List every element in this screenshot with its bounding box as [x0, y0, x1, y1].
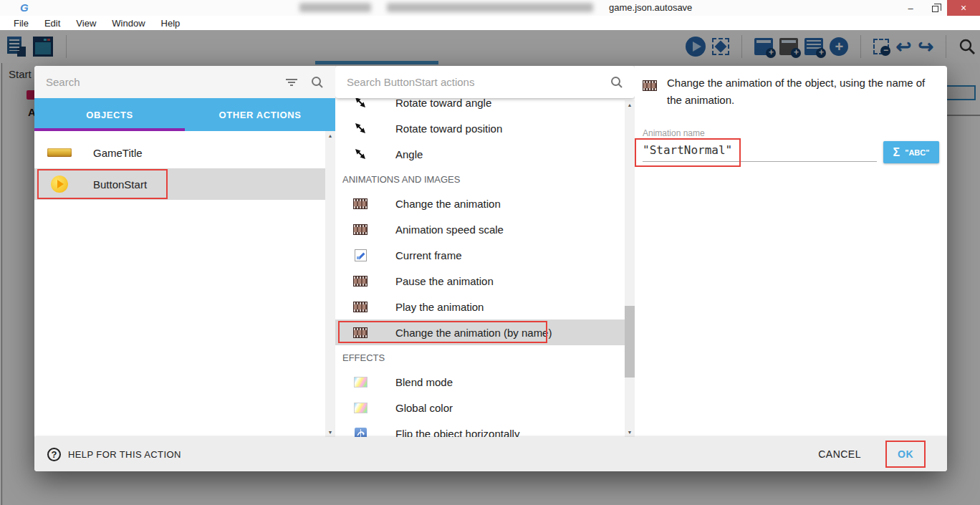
film-strip-icon [353, 302, 368, 312]
action-item[interactable]: Blend mode [335, 369, 625, 395]
objects-search-input[interactable] [46, 76, 272, 88]
search-icon[interactable] [610, 76, 623, 89]
restore-icon [932, 6, 938, 12]
action-item[interactable]: Angle [335, 141, 625, 167]
action-item[interactable]: Change the animation [335, 191, 625, 216]
film-strip-icon [353, 198, 368, 209]
objects-list: GameTitle ButtonStart [34, 131, 335, 200]
action-item[interactable]: Animation speed scale [335, 216, 625, 242]
tab-objects[interactable]: OBJECTS [34, 98, 185, 131]
highlight-rectangle: OK [885, 441, 926, 468]
action-group-header: ANIMATIONS AND IMAGES [335, 167, 625, 191]
objects-search-bar [34, 66, 335, 98]
sigma-icon: Σ [893, 146, 900, 159]
app-window: G game.json.autosave – × File Edit View … [0, 0, 980, 505]
restore-button[interactable] [923, 0, 947, 16]
dialog-footer: ? HELP FOR THIS ACTION CANCEL OK [34, 437, 947, 471]
search-icon[interactable] [311, 76, 324, 89]
ok-button[interactable]: OK [898, 448, 913, 460]
action-group-header: EFFECTS [335, 345, 625, 369]
title-bar: G game.json.autosave – × [0, 0, 980, 16]
gdevelop-logo-icon: G [20, 1, 28, 14]
object-item-buttonstart[interactable]: ButtonStart [34, 168, 335, 200]
actions-search-input[interactable] [347, 76, 610, 88]
action-item[interactable]: Pause the animation [335, 268, 625, 294]
menu-file[interactable]: File [6, 18, 37, 29]
filter-icon[interactable] [285, 78, 298, 87]
gradient-color-icon [354, 377, 368, 388]
actions-scrollbar[interactable]: ▲ ▼ [625, 100, 635, 437]
main-area: + + + + − ↩ ↪ Start A [0, 30, 980, 505]
menu-window[interactable]: Window [104, 18, 153, 29]
window-title-text: game.json.autosave [609, 2, 692, 13]
scroll-down-icon[interactable]: ▼ [628, 430, 633, 435]
objects-tab-bar: OBJECTS OTHER ACTIONS [34, 98, 335, 131]
scrollbar-thumb[interactable] [625, 306, 635, 377]
abc-label: "ABC" [905, 148, 929, 157]
menu-view[interactable]: View [68, 18, 104, 29]
rotate-arrow-icon [352, 122, 368, 135]
film-strip-icon [353, 224, 368, 235]
action-item[interactable]: Play the animation [335, 294, 625, 319]
flip-horizontal-icon [355, 428, 367, 438]
action-description: Change the animation of the object, usin… [667, 74, 936, 109]
minimize-button[interactable]: – [898, 0, 923, 16]
menu-edit[interactable]: Edit [37, 18, 68, 29]
rotate-arrow-icon [352, 148, 368, 160]
actions-panel: Rotate toward angle Rotate toward positi… [335, 66, 635, 437]
actions-list: Rotate toward angle Rotate toward positi… [335, 66, 625, 437]
scroll-up-icon[interactable]: ▲ [328, 133, 333, 138]
action-item-selected[interactable]: Change the animation (by name) [335, 319, 625, 345]
film-strip-icon [353, 327, 368, 338]
window-title: game.json.autosave [299, 2, 692, 13]
objects-panel: OBJECTS OTHER ACTIONS GameTitle ButtonSt… [34, 66, 335, 437]
menu-help[interactable]: Help [153, 18, 188, 29]
frame-edit-icon [355, 249, 367, 261]
animation-name-label: Animation name [643, 128, 705, 138]
expression-editor-button[interactable]: Σ "ABC" [883, 141, 939, 163]
question-mark-icon: ? [47, 448, 61, 461]
tab-other-actions[interactable]: OTHER ACTIONS [185, 98, 335, 131]
help-button[interactable]: ? HELP FOR THIS ACTION [47, 448, 181, 461]
redacted-path-segment [299, 3, 371, 12]
scroll-down-icon[interactable]: ▼ [328, 430, 333, 435]
objects-scrollbar[interactable]: ▲ ▼ [325, 131, 335, 437]
scroll-up-icon[interactable]: ▲ [628, 102, 633, 107]
film-strip-icon [643, 80, 657, 91]
action-item[interactable]: Flip the object horizontally [335, 420, 625, 437]
action-item[interactable]: Global color [335, 395, 625, 420]
redacted-path-segment [387, 3, 593, 12]
object-item-gametitle[interactable]: GameTitle [34, 137, 335, 168]
action-item[interactable]: Current frame [335, 242, 625, 268]
action-detail-panel: Change the animation of the object, usin… [635, 66, 947, 437]
button-start-thumbnail [51, 175, 68, 193]
gradient-color-icon [354, 403, 368, 413]
close-button[interactable]: × [947, 0, 980, 16]
actions-search-bar [335, 66, 635, 98]
animation-name-input[interactable] [643, 142, 877, 162]
menu-bar: File Edit View Window Help [0, 16, 980, 30]
active-tab-underline [34, 128, 185, 131]
film-strip-icon [353, 276, 368, 287]
action-editor-dialog: OBJECTS OTHER ACTIONS GameTitle ButtonSt… [34, 66, 947, 471]
cancel-button[interactable]: CANCEL [818, 448, 861, 460]
action-item[interactable]: Rotate toward position [335, 115, 625, 141]
game-title-thumbnail [47, 148, 72, 157]
